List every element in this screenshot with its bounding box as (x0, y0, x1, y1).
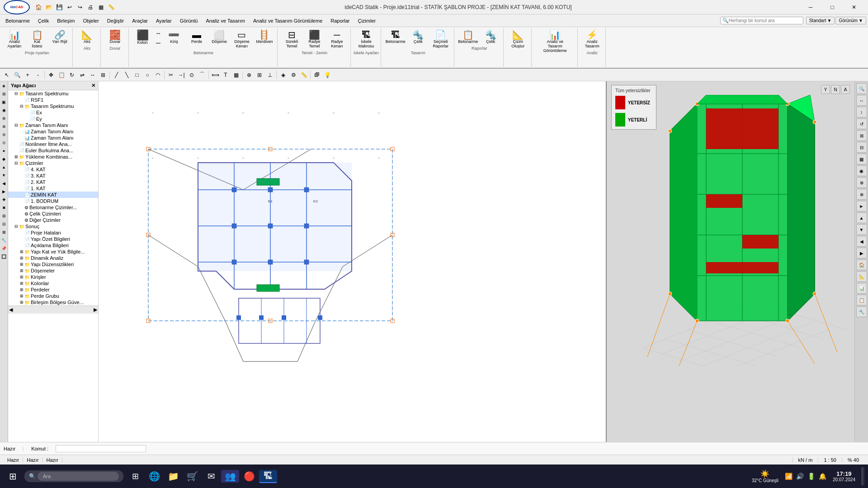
quick-save[interactable]: 💾 (54, 2, 64, 12)
left-btn-7[interactable]: ⊘ (0, 131, 8, 138)
ribbon-btn-iskele[interactable]: 🏗İskeleMakrosu (355, 29, 377, 50)
quick-print[interactable]: 🖨 (85, 2, 95, 12)
3d-btn-8[interactable]: ◉ (856, 165, 867, 176)
ribbon-btn-aks[interactable]: 📐Aks (76, 29, 98, 45)
menu-ayarlar[interactable]: Ayarlar (152, 17, 175, 25)
ribbon-btn-rapor-betonarme[interactable]: 📋Betonarme (457, 29, 479, 45)
tree-yapi-kat-yuk[interactable]: ⊞📁Yapı Kat ve Yük Bilgile... (8, 249, 98, 255)
menu-analiz-goruntusu[interactable]: Analiz ve Tasarım Görüntüleme (250, 17, 326, 25)
left-btn-13[interactable]: ◀ (0, 180, 8, 187)
tree-yapi-ozet[interactable]: 📄Yapı Özet Bilgileri (8, 236, 98, 242)
weather-widget[interactable]: ☀️ 32°C Güneşli (749, 469, 781, 484)
ribbon-btn-tasarim-celik[interactable]: 🔩Çelik (407, 29, 429, 45)
left-btn-20[interactable]: 🔧 (0, 237, 8, 244)
menu-raporlar[interactable]: Raporlar (327, 17, 353, 25)
tool-line[interactable]: ╱ (111, 70, 121, 80)
3d-btn-14[interactable]: ◀ (856, 236, 867, 247)
tool-scale[interactable]: ⊞ (98, 70, 108, 80)
3d-btn-3[interactable]: ↕ (856, 107, 867, 117)
tool-rotate[interactable]: ↻ (67, 70, 77, 80)
quick-open[interactable]: 📂 (44, 2, 54, 12)
tree-1kat[interactable]: 📄1. KAT (8, 185, 98, 192)
left-btn-3[interactable]: ▣ (0, 99, 8, 106)
left-btn-15[interactable]: ✚ (0, 196, 8, 203)
3d-btn-4[interactable]: ↺ (856, 118, 867, 129)
tree-ey[interactable]: 📄Ey (8, 116, 98, 122)
tree-yukleme[interactable]: ⊞📁Yükleme Kombinas... (8, 154, 98, 160)
tree-aciklama[interactable]: 📄Açıklama Bilgileri (8, 242, 98, 249)
tool-dimension[interactable]: ⟺ (210, 70, 220, 80)
tool-measure-dist[interactable]: 📏 (299, 70, 309, 80)
left-btn-6[interactable]: ⊗ (0, 123, 8, 130)
left-btn-9[interactable]: ● (0, 147, 8, 155)
taskbar-start-btn[interactable]: ⊞ (4, 470, 22, 483)
network-icon[interactable]: 📶 (785, 473, 793, 480)
sidebar-scroll-right[interactable]: ▶ (94, 307, 97, 313)
taskbar-search-area[interactable]: 🔍 (24, 470, 123, 482)
tree-zemin-kat[interactable]: 📄ZEMİN KAT (8, 192, 98, 198)
ribbon-btn-kiris-top[interactable]: ╌ (154, 29, 162, 38)
tree-perde-grubu[interactable]: ⊞📁Perde Grubu (8, 293, 98, 299)
tree-betonarme-cizimler[interactable]: ⚙Betonarme Çizimler... (8, 204, 98, 211)
left-btn-21[interactable]: 📌 (0, 245, 8, 252)
left-btn-11[interactable]: ▲ (0, 164, 8, 171)
tool-hatch[interactable]: ▦ (231, 70, 241, 80)
ribbon-btn-surekli-temel[interactable]: ⊟SürekliTemel (281, 29, 302, 50)
tree-kirisler[interactable]: ⊞📁Kirişler (8, 274, 98, 280)
tree-birlesim[interactable]: ⊞📁Birleşim Bölgesi Güve... (8, 299, 98, 305)
tree-kolonlar[interactable]: ⊞📁Kolonlar (8, 280, 98, 286)
ribbon-btn-merdiven[interactable]: 🪜Merdiven (254, 29, 275, 45)
tree-celik-cizimler[interactable]: ⚙Çelik Çizimleri (8, 211, 98, 217)
3d-btn-17[interactable]: 📐 (856, 271, 867, 282)
taskbar-app-store[interactable]: 🛒 (183, 470, 201, 483)
quick-measure[interactable]: 📏 (106, 2, 116, 12)
sidebar-scroll-left[interactable]: ◀ (9, 307, 13, 313)
tool-grid[interactable]: ⊞ (255, 70, 264, 80)
tool-zoom-out[interactable]: - (33, 70, 43, 80)
tree-diger-cizimler[interactable]: ⚙Diğer Çizimler (8, 217, 98, 223)
tree-zaman-tanim-2[interactable]: 📊Zaman Tanım Alanı (8, 135, 98, 141)
tree-zaman-tanim-1[interactable]: 📊Zaman Tanım Alanı (8, 128, 98, 135)
tree-4kat[interactable]: 📄4. KAT (8, 166, 98, 173)
left-btn-19[interactable]: ⊠ (0, 229, 8, 236)
3d-btn-18[interactable]: 📊 (856, 283, 867, 294)
3d-btn-12[interactable]: ▲ (856, 212, 867, 223)
taskbar-app-mail[interactable]: ✉ (202, 470, 220, 483)
tree-euler[interactable]: 📄Euler Burkulma Ana... (8, 147, 98, 154)
ribbon-btn-radye-temel[interactable]: ⬛RadyeTemel (303, 29, 325, 50)
ribbon-btn-secmeli-raporlar[interactable]: 📄SeçmeliRaporlar (430, 29, 452, 50)
taskbar-app-explorer[interactable]: 📁 (164, 470, 182, 483)
taskbar-task-view[interactable]: ⊞ (126, 470, 144, 482)
tree-tasarim-spektrumu-1[interactable]: ⊟📁Tasarım Spektrumu (8, 90, 98, 97)
ribbon-btn-analiz[interactable]: 📊AnalizAyarları (4, 29, 25, 50)
tree-rsf1[interactable]: 📄RSF1 (8, 97, 98, 103)
tool-trim[interactable]: ✂ (166, 70, 176, 80)
tool-select[interactable]: ↖ (2, 70, 12, 80)
tree-2kat[interactable]: 📄2. KAT (8, 179, 98, 185)
3d-btn-6[interactable]: ⊟ (856, 142, 867, 153)
left-btn-1[interactable]: ◈ (0, 82, 8, 89)
tool-layer[interactable]: ◈ (278, 70, 288, 80)
notification-icon[interactable]: 🔔 (819, 473, 826, 480)
left-btn-22[interactable]: 🔲 (0, 253, 8, 260)
3d-btn-11[interactable]: ► (856, 201, 867, 211)
tree-dosemeler[interactable]: ⊞📁Döşemeler (8, 267, 98, 274)
ribbon-btn-duvar[interactable]: 🧱Duvar (104, 29, 126, 45)
left-btn-5[interactable]: ⊕ (0, 115, 8, 122)
tool-rect[interactable]: □ (132, 70, 142, 80)
quick-new[interactable]: 🏠 (33, 2, 43, 12)
ribbon-btn-kat-listesi[interactable]: 📋Katlistesi (26, 29, 48, 50)
tree-nonlineer[interactable]: 📄Nonlineer İtme Ana... (8, 141, 98, 147)
battery-icon[interactable]: 🔋 (807, 473, 815, 480)
left-btn-18[interactable]: ⊟ (0, 221, 8, 228)
left-btn-12[interactable]: ▼ (0, 172, 8, 179)
maximize-button[interactable]: □ (822, 0, 843, 14)
ribbon-btn-rapor-celik[interactable]: 🔩Çelik (480, 29, 501, 45)
3d-btn-20[interactable]: 🔧 (856, 306, 867, 317)
minimize-button[interactable]: ─ (800, 0, 821, 14)
tree-zaman-tanim-alani[interactable]: ⊟📁Zaman Tanım Alanı (8, 122, 98, 128)
tool-polyline[interactable]: ╲ (122, 70, 132, 80)
tree-perdeler[interactable]: ⊞📁Perdeler (8, 286, 98, 293)
tool-render[interactable]: 💡 (322, 70, 332, 80)
left-btn-2[interactable]: ⊞ (0, 90, 8, 98)
